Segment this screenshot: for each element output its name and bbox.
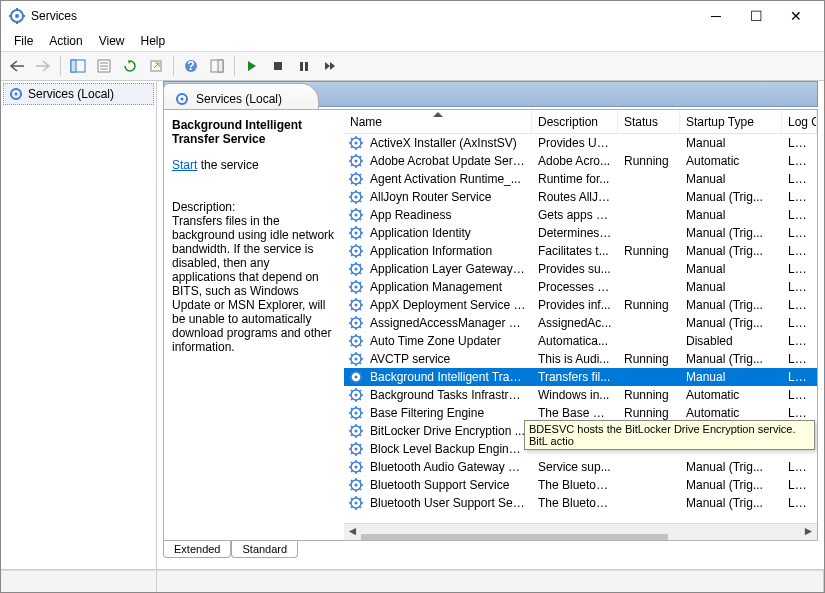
properties-button[interactable] bbox=[92, 54, 116, 78]
svg-line-80 bbox=[360, 228, 362, 230]
svg-point-172 bbox=[355, 412, 358, 415]
cell-startup-type: Manual (Trig... bbox=[680, 496, 782, 510]
service-row[interactable]: Agent Activation Runtime_...Runtime for.… bbox=[344, 170, 817, 188]
cell-startup-type: Manual (Trig... bbox=[680, 244, 782, 258]
service-row[interactable]: Application Layer Gateway ...Provides su… bbox=[344, 260, 817, 278]
svg-line-48 bbox=[360, 183, 362, 185]
service-row[interactable]: AppX Deployment Service (...Provides inf… bbox=[344, 296, 817, 314]
cell-log-on: Local Sy bbox=[782, 388, 817, 402]
scroll-right-button[interactable]: ► bbox=[800, 524, 817, 541]
svg-line-119 bbox=[351, 309, 353, 311]
refresh-button[interactable] bbox=[118, 54, 142, 78]
restart-service-button[interactable] bbox=[318, 54, 342, 78]
service-row[interactable]: Application InformationFacilitates t...R… bbox=[344, 242, 817, 260]
svg-point-222 bbox=[355, 502, 358, 505]
service-row[interactable]: Adobe Acrobat Update Serv...Adobe Acro..… bbox=[344, 152, 817, 170]
pause-service-button[interactable] bbox=[292, 54, 316, 78]
cell-status: Running bbox=[618, 154, 680, 168]
column-log-on[interactable]: Log On bbox=[782, 110, 817, 133]
svg-rect-16 bbox=[218, 60, 223, 72]
service-row[interactable]: AssignedAccessManager Se...AssignedAc...… bbox=[344, 314, 817, 332]
service-row[interactable]: ActiveX Installer (AxInstSV)Provides Us.… bbox=[344, 134, 817, 152]
svg-line-117 bbox=[351, 300, 353, 302]
sort-ascending-icon bbox=[433, 112, 443, 117]
cell-name: Application Information bbox=[364, 244, 532, 258]
svg-line-177 bbox=[351, 408, 353, 410]
service-row[interactable]: Application ManagementProcesses in...Man… bbox=[344, 278, 817, 296]
service-row[interactable]: App ReadinessGets apps re...ManualLocal … bbox=[344, 206, 817, 224]
svg-point-72 bbox=[355, 232, 358, 235]
show-hide-console-tree-button[interactable] bbox=[66, 54, 90, 78]
svg-point-18 bbox=[15, 93, 18, 96]
help-button[interactable]: ? bbox=[179, 54, 203, 78]
svg-line-188 bbox=[360, 435, 362, 437]
column-description[interactable]: Description bbox=[532, 110, 618, 133]
cell-name: Block Level Backup Engine ... bbox=[364, 442, 532, 456]
service-row[interactable]: Background Intelligent Tran...Transfers … bbox=[344, 368, 817, 386]
tab-standard[interactable]: Standard bbox=[231, 541, 298, 558]
cell-description: Determines ... bbox=[532, 226, 618, 240]
menu-bar: File Action View Help bbox=[1, 31, 824, 51]
maximize-button[interactable]: ☐ bbox=[736, 2, 776, 30]
cell-name: BitLocker Drive Encryption ... bbox=[364, 424, 532, 438]
column-name[interactable]: Name bbox=[344, 110, 532, 133]
cell-log-on: Local Se bbox=[782, 478, 817, 492]
svg-line-67 bbox=[351, 210, 353, 212]
svg-point-202 bbox=[355, 466, 358, 469]
console-tree[interactable]: Services (Local) bbox=[1, 81, 157, 569]
minimize-button[interactable]: ─ bbox=[696, 2, 736, 30]
cell-startup-type: Automatic bbox=[680, 388, 782, 402]
cell-description: Facilitates t... bbox=[532, 244, 618, 258]
cell-description: Transfers fil... bbox=[532, 370, 618, 384]
close-button[interactable]: ✕ bbox=[776, 2, 816, 30]
service-row[interactable]: Auto Time Zone UpdaterAutomatica...Disab… bbox=[344, 332, 817, 350]
cell-log-on: Local Sy bbox=[782, 136, 817, 150]
service-row[interactable]: Bluetooth User Support Ser...The Bluetoo… bbox=[344, 494, 817, 512]
horizontal-scrollbar[interactable]: ◄ ► bbox=[344, 523, 817, 540]
action-pane-button[interactable] bbox=[205, 54, 229, 78]
start-service-button[interactable] bbox=[240, 54, 264, 78]
svg-line-49 bbox=[351, 183, 353, 185]
service-row[interactable]: AVCTP serviceThis is Audi...RunningManua… bbox=[344, 350, 817, 368]
column-status[interactable]: Status bbox=[618, 110, 680, 133]
svg-point-102 bbox=[355, 286, 358, 289]
tab-services-local[interactable]: Services (Local) bbox=[163, 83, 319, 109]
menu-view[interactable]: View bbox=[92, 31, 132, 51]
service-row[interactable]: Bluetooth Support ServiceThe Bluetoo...M… bbox=[344, 476, 817, 494]
svg-line-167 bbox=[351, 390, 353, 392]
menu-action[interactable]: Action bbox=[42, 31, 89, 51]
svg-line-129 bbox=[351, 327, 353, 329]
svg-line-50 bbox=[360, 174, 362, 176]
stop-service-button[interactable] bbox=[266, 54, 290, 78]
cell-startup-type: Disabled bbox=[680, 334, 782, 348]
cell-name: AVCTP service bbox=[364, 352, 532, 366]
cell-log-on: Local Se bbox=[782, 190, 817, 204]
menu-help[interactable]: Help bbox=[134, 31, 173, 51]
back-button[interactable] bbox=[5, 54, 29, 78]
service-row[interactable]: Application IdentityDetermines ...Manual… bbox=[344, 224, 817, 242]
service-row[interactable]: AllJoyn Router ServiceRoutes AllJo...Man… bbox=[344, 188, 817, 206]
cell-name: Bluetooth Support Service bbox=[364, 478, 532, 492]
scroll-left-button[interactable]: ◄ bbox=[344, 524, 361, 541]
tab-extended[interactable]: Extended bbox=[163, 541, 231, 558]
cell-startup-type: Manual bbox=[680, 208, 782, 222]
cell-name: Background Tasks Infrastruc... bbox=[364, 388, 532, 402]
export-list-button[interactable] bbox=[144, 54, 168, 78]
service-row[interactable]: Bluetooth Audio Gateway S...Service sup.… bbox=[344, 458, 817, 476]
start-service-link[interactable]: Start bbox=[172, 158, 197, 172]
cell-status: Running bbox=[618, 244, 680, 258]
service-row[interactable]: Background Tasks Infrastruc...Windows in… bbox=[344, 386, 817, 404]
forward-button[interactable] bbox=[31, 54, 55, 78]
tree-item-services-local[interactable]: Services (Local) bbox=[3, 83, 154, 105]
svg-point-192 bbox=[355, 448, 358, 451]
svg-line-60 bbox=[360, 192, 362, 194]
cell-name: Background Intelligent Tran... bbox=[364, 370, 532, 384]
description-text: Transfers files in the background using … bbox=[172, 214, 334, 354]
rows-container[interactable]: ActiveX Installer (AxInstSV)Provides Us.… bbox=[344, 134, 817, 523]
column-startup-type[interactable]: Startup Type bbox=[680, 110, 782, 133]
cell-startup-type: Manual bbox=[680, 280, 782, 294]
menu-file[interactable]: File bbox=[7, 31, 40, 51]
scroll-thumb[interactable] bbox=[361, 534, 668, 540]
svg-line-79 bbox=[351, 237, 353, 239]
services-list[interactable]: Name Description Status Startup Type Log… bbox=[344, 110, 817, 540]
